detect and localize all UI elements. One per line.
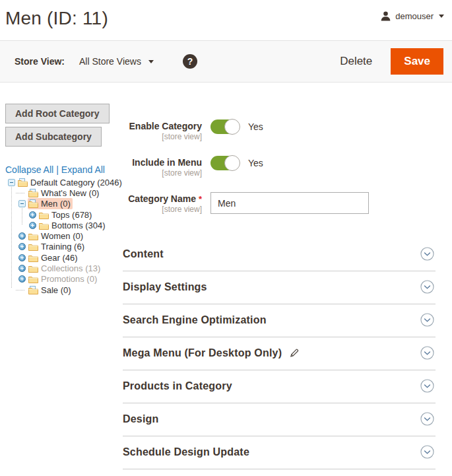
tree-expander-icon[interactable] <box>18 189 26 197</box>
store-view-switcher[interactable]: All Store Views <box>79 56 154 67</box>
tree-node-core[interactable]: What's New (0) <box>28 187 101 199</box>
delete-button[interactable]: Delete <box>340 55 372 68</box>
tree-node[interactable]: Default Category (2046) <box>5 177 123 187</box>
category-name-input[interactable] <box>210 192 369 214</box>
tree-expander-icon[interactable] <box>29 222 36 229</box>
toggle-value-label: Yes <box>248 158 263 168</box>
tree-expander-icon[interactable] <box>29 211 36 219</box>
tree-node-core[interactable]: Sale (0) <box>28 285 73 296</box>
help-icon[interactable]: ? <box>183 54 197 69</box>
section-header[interactable]: Mega Menu (For Desktop Only) <box>123 337 436 370</box>
folder-icon <box>28 275 38 283</box>
accordion-sections: Content Display Settings <box>123 238 436 469</box>
category-form: Enable Category [store view] Yes Include… <box>123 104 436 469</box>
user-menu[interactable]: demouser <box>380 11 444 22</box>
toggle-knob <box>224 155 240 171</box>
category-sidebar: Add Root Category Add Subcategory Collap… <box>5 104 123 469</box>
field-label: Enable Category <box>123 121 202 132</box>
tree-node-label: Promotions (0) <box>41 274 97 284</box>
user-name: demouser <box>395 11 434 21</box>
tree-node[interactable]: Tops (678) <box>5 209 123 220</box>
chevron-down-icon[interactable] <box>420 280 434 294</box>
tree-expander-icon[interactable] <box>18 265 26 272</box>
tree-node[interactable]: Bottoms (304) <box>5 220 123 230</box>
section-header[interactable]: Content <box>123 238 436 271</box>
collapse-all-link[interactable]: Collapse All <box>5 164 53 175</box>
tree-node-label: Bottoms (304) <box>51 221 106 230</box>
tree-expander-icon[interactable] <box>18 287 26 294</box>
tree-expander-icon[interactable] <box>18 254 26 261</box>
include-in-menu-toggle[interactable] <box>210 156 240 170</box>
tree-node[interactable]: Training (6) <box>5 242 123 252</box>
section-title: Design <box>123 413 159 425</box>
chevron-down-icon[interactable] <box>420 379 434 393</box>
add-root-category-button[interactable]: Add Root Category <box>5 104 110 123</box>
tree-node-label: Gear (46) <box>41 253 78 263</box>
tree-node[interactable]: Promotions (0) <box>5 274 123 285</box>
field-scope: [store view] <box>123 168 202 178</box>
tree-node-core[interactable]: Gear (46) <box>28 252 80 263</box>
folder-icon <box>39 211 49 219</box>
section-header[interactable]: Search Engine Optimization <box>123 304 436 337</box>
tree-node-core[interactable]: Bottoms (304) <box>38 220 108 231</box>
tree-expander-icon[interactable] <box>18 275 26 283</box>
expand-all-link[interactable]: Expand All <box>61 164 105 175</box>
field-include-in-menu: Include in Menu [store view] Yes <box>123 156 436 178</box>
store-view-label: Store View: <box>15 56 65 67</box>
user-icon <box>380 11 391 22</box>
folder-icon <box>28 254 38 262</box>
folder-icon <box>28 232 38 240</box>
field-enable-category: Enable Category [store view] Yes <box>123 119 436 141</box>
section-title: Mega Menu (For Desktop Only) <box>123 347 282 359</box>
chevron-down-icon[interactable] <box>420 247 434 261</box>
tree-node-label: What's New (0) <box>41 188 99 198</box>
folder-icon <box>18 178 28 187</box>
tree-node[interactable]: Collections (13) <box>5 263 123 273</box>
tree-node[interactable]: Gear (46) <box>5 252 123 263</box>
tree-node-core[interactable]: Collections (13) <box>28 263 102 274</box>
tree-expander-icon[interactable] <box>8 179 15 186</box>
tree-node-core[interactable]: Tops (678) <box>38 209 94 221</box>
save-button[interactable]: Save <box>391 48 443 75</box>
toggle-value-label: Yes <box>248 121 263 132</box>
tree-node-core[interactable]: Promotions (0) <box>28 273 99 285</box>
tree-node-core[interactable]: Default Category (2046) <box>17 177 124 188</box>
chevron-down-icon <box>439 15 444 18</box>
field-scope: [store view] <box>123 205 202 214</box>
tree-node-label: Training (6) <box>41 242 84 252</box>
content-area: Add Root Category Add Subcategory Collap… <box>0 83 452 469</box>
tree-expander-icon[interactable] <box>18 200 26 207</box>
category-tree: Default Category (2046) <box>5 177 123 295</box>
tree-expander-icon[interactable] <box>18 243 26 250</box>
tree-node-label: Tops (678) <box>51 210 92 220</box>
tree-links: Collapse All|Expand All <box>5 164 123 175</box>
tree-node-core[interactable]: Training (6) <box>28 241 86 252</box>
section-header[interactable]: Design <box>123 403 436 436</box>
tree-node[interactable]: Sale (0) <box>5 285 123 295</box>
enable-category-toggle[interactable] <box>210 119 240 134</box>
tree-node-label: Sale (0) <box>41 285 71 295</box>
toolbar: Store View: All Store Views ? Delete Sav… <box>0 41 452 83</box>
chevron-down-icon[interactable] <box>420 313 434 327</box>
tree-node[interactable]: Men (0) <box>5 199 123 209</box>
toolbar-actions: Delete Save <box>340 48 443 75</box>
tree-node[interactable]: What's New (0) <box>5 187 123 198</box>
section-title: Search Engine Optimization <box>123 314 267 326</box>
tree-node-core[interactable]: Women (0) <box>28 230 85 242</box>
chevron-down-icon[interactable] <box>420 346 434 360</box>
section-title: Display Settings <box>123 281 207 293</box>
store-view-value: All Store Views <box>79 56 141 67</box>
field-scope: [store view] <box>123 132 202 141</box>
add-subcategory-button[interactable]: Add Subcategory <box>5 127 102 147</box>
tree-node-core[interactable]: Men (0) <box>28 198 73 209</box>
toggle-knob <box>224 119 240 135</box>
edit-icon[interactable] <box>290 348 300 358</box>
tree-node-label: Default Category (2046) <box>30 178 122 187</box>
section-header[interactable]: Products in Category <box>123 370 436 403</box>
tree-expander-icon[interactable] <box>18 232 26 240</box>
section-header[interactable]: Display Settings <box>123 271 436 304</box>
section-header[interactable]: Schedule Design Update <box>123 436 436 469</box>
tree-node[interactable]: Women (0) <box>5 230 123 241</box>
chevron-down-icon[interactable] <box>420 445 434 459</box>
chevron-down-icon[interactable] <box>420 412 434 426</box>
